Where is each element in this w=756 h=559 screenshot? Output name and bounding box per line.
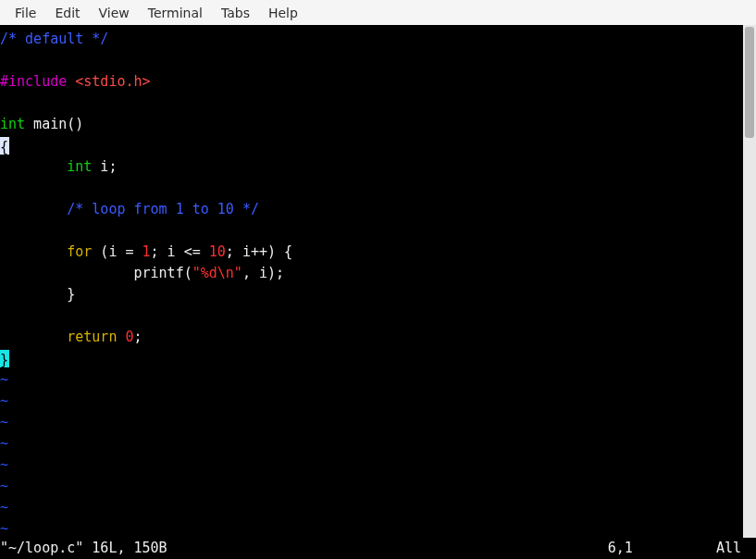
menu-terminal[interactable]: Terminal: [139, 2, 212, 24]
status-position: 6,1: [608, 538, 716, 559]
scrollbar[interactable]: [743, 25, 756, 538]
matching-bracket: }: [0, 350, 9, 367]
empty-line-tilde: ~: [0, 476, 743, 497]
empty-line-tilde: ~: [0, 369, 743, 391]
code-line: int i;: [0, 156, 743, 178]
status-file: "~/loop.c" 16L, 150B: [0, 538, 608, 559]
empty-line-tilde: ~: [0, 518, 743, 538]
menu-file[interactable]: File: [6, 2, 45, 24]
code-line: }: [0, 348, 743, 369]
empty-line-tilde: ~: [0, 497, 743, 518]
code-line: /* default */: [0, 29, 743, 50]
code-line: [0, 50, 743, 71]
empty-line-tilde: ~: [0, 433, 743, 454]
status-scroll: All: [716, 538, 752, 559]
code-line: [0, 220, 743, 242]
menu-tabs[interactable]: Tabs: [212, 2, 259, 24]
empty-line-tilde: ~: [0, 412, 743, 433]
code-line: [0, 178, 743, 199]
code-line: int main(): [0, 114, 743, 135]
code-line: return 0;: [0, 327, 743, 348]
code-area: /* default */ #include <stdio.h> int mai…: [0, 25, 743, 538]
code-line: [0, 305, 743, 327]
menubar: FileEditViewTerminalTabsHelp: [0, 0, 756, 25]
code-line: printf("%d\n", i);: [0, 263, 743, 284]
empty-line-tilde: ~: [0, 391, 743, 412]
cursor: {: [0, 137, 9, 155]
scrollbar-thumb[interactable]: [745, 27, 754, 138]
menu-edit[interactable]: Edit: [45, 2, 89, 24]
code-line: }: [0, 284, 743, 305]
vim-status-bar: "~/loop.c" 16L, 150B 6,1 All: [0, 538, 756, 559]
code-line: /* loop from 1 to 10 */: [0, 199, 743, 220]
editor-area[interactable]: /* default */ #include <stdio.h> int mai…: [0, 25, 743, 538]
empty-line-tilde: ~: [0, 454, 743, 476]
code-line: [0, 93, 743, 114]
terminal-container: /* default */ #include <stdio.h> int mai…: [0, 25, 756, 538]
code-line: #include <stdio.h>: [0, 71, 743, 93]
menu-view[interactable]: View: [90, 2, 139, 24]
code-line: {: [0, 135, 743, 156]
code-line: for (i = 1; i <= 10; i++) {: [0, 242, 743, 263]
menu-help[interactable]: Help: [259, 2, 307, 24]
